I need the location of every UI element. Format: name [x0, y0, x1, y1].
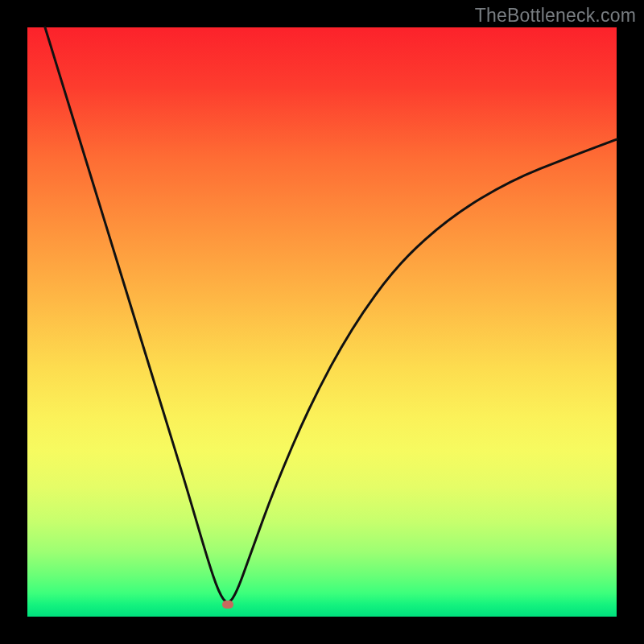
- curve-svg: [27, 27, 617, 617]
- minimum-marker-dot: [222, 601, 233, 609]
- plot-area: [27, 27, 617, 617]
- watermark-text: TheBottleneck.com: [475, 5, 636, 27]
- chart-frame: TheBottleneck.com: [0, 0, 644, 644]
- bottleneck-curve: [45, 27, 617, 602]
